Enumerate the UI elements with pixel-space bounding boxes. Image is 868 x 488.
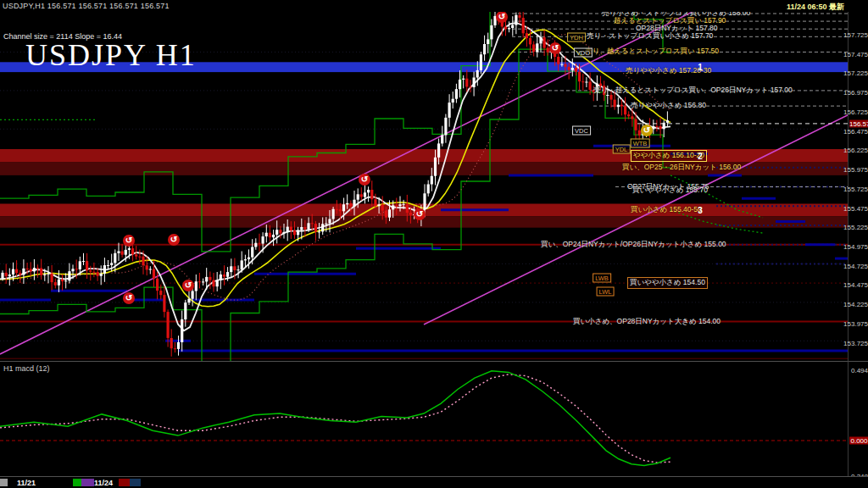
- price-axis-label: 156.975: [843, 89, 868, 97]
- price-axis-label: 154.475: [843, 281, 868, 289]
- mt4-trading-terminal: USDJPY,H1 156.571 156.571 156.571 156.57…: [0, 0, 868, 488]
- date-label: 11/24: [94, 479, 113, 487]
- price-axis-label: 156.725: [843, 108, 868, 115]
- price-axis-label: 153.975: [843, 319, 868, 327]
- chart-info-bar: USDJPY,H1 156.571 156.571 156.571 156.57…: [0, 0, 868, 12]
- price-axis-label: 153.725: [843, 339, 868, 347]
- current-price-tag: 156.571: [849, 119, 868, 127]
- price-axis-label: 155.475: [843, 204, 868, 212]
- price-axis-label: 155.725: [843, 185, 868, 192]
- timeline-period-marker: [81, 479, 94, 486]
- price-axis-label: 156.225: [843, 147, 868, 154]
- price-axis-label: 157.725: [843, 30, 868, 38]
- macd-chart-canvas[interactable]: [0, 362, 848, 477]
- macd-value-axis[interactable]: 0.494-0.2480.000: [848, 361, 868, 477]
- price-axis-label: 157.475: [843, 50, 868, 58]
- price-axis[interactable]: 157.725157.475157.225156.975156.725156.4…: [848, 12, 868, 361]
- macd-zero-tag: 0.000: [849, 437, 868, 445]
- price-axis-label: 155.225: [843, 224, 868, 231]
- price-axis-label: 154.725: [843, 262, 868, 269]
- price-axis-label: 156.475: [843, 127, 868, 135]
- timeline-period-marker: [73, 479, 81, 486]
- macd-indicator-label: H1 macd (12): [3, 364, 50, 373]
- macd-indicator-panel[interactable]: H1 macd (12): [0, 361, 848, 477]
- price-axis-label: 154.975: [843, 242, 868, 250]
- main-chart-window[interactable]: Channel size = 2114 Slope = 16.44 USDJPY…: [0, 12, 848, 361]
- timeline-period-marker: [119, 479, 130, 486]
- macd-scale-max-label: 0.494: [851, 367, 868, 374]
- time-axis[interactable]: 11/2111/24: [0, 476, 868, 488]
- price-axis-label: 154.225: [843, 301, 868, 308]
- timeline-period-marker: [130, 479, 141, 486]
- date-label: 11/21: [17, 479, 36, 487]
- price-axis-label: 155.975: [843, 166, 868, 174]
- timeline-period-marker: [0, 479, 8, 486]
- chart-watermark-title: USDJPY H1: [25, 37, 197, 73]
- symbol-ohlc-info: USDJPY,H1 156.571 156.571 156.571 156.57…: [3, 2, 170, 10]
- price-axis-label: 157.225: [843, 69, 868, 77]
